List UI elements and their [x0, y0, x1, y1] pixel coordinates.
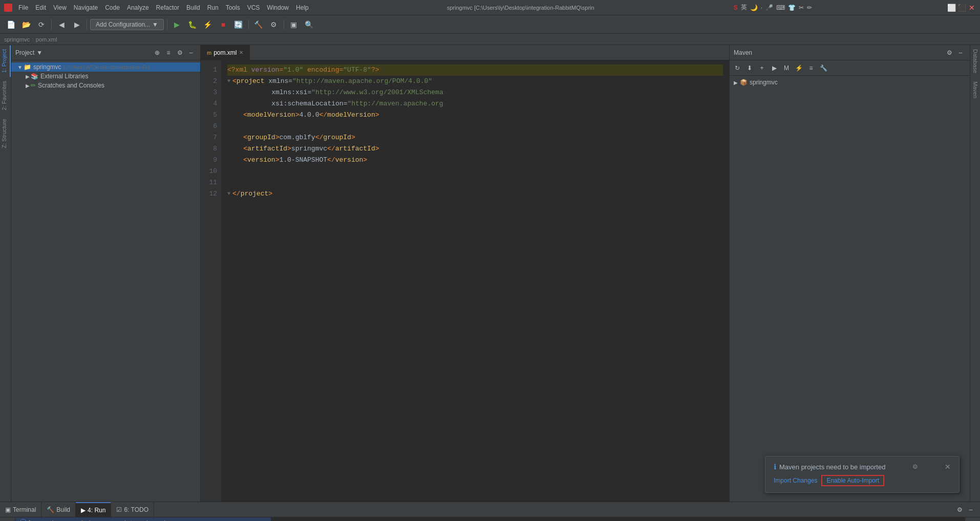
maven-item-springmvc[interactable]: ▶ 📦 springmvc — [732, 78, 968, 87]
maven-settings2-button[interactable]: ≡ — [805, 62, 817, 74]
maven-panel-header: Maven ⚙ – — [730, 45, 970, 60]
xml-bracket-aid: < — [243, 143, 247, 155]
panel-settings-button[interactable]: ⚙ — [175, 48, 185, 58]
build-tab[interactable]: 🔨 Build — [41, 502, 76, 517]
add-config-label: Add Configuration... — [96, 21, 150, 28]
add-configuration-button[interactable]: Add Configuration... ▼ — [90, 19, 164, 30]
line-num-7: 7 — [201, 132, 217, 143]
code-line-2: ▼<project xmlns="http://maven.apache.org… — [227, 76, 723, 87]
lang-icon: 英 — [741, 3, 747, 12]
run-tab[interactable]: ▶ 4: Run — [76, 502, 111, 517]
tree-path-springmvc: C:\Users\ly\Desktop\integration-Ra — [63, 64, 150, 70]
fold-icon-2[interactable]: ▼ — [227, 76, 230, 87]
new-file-button[interactable]: 📄 — [4, 18, 17, 31]
menu-tools[interactable]: Tools — [223, 3, 243, 12]
project-tab-button[interactable]: 1: Project — [0, 45, 11, 77]
close-button[interactable]: ✕ — [968, 4, 976, 12]
tree-item-external-libraries[interactable]: ▶ 📚 External Libraries — [11, 72, 200, 81]
maven-run-button[interactable]: ▶ — [769, 62, 780, 74]
project-panel-title[interactable]: Project ▼ — [15, 49, 42, 56]
maven-download-button[interactable]: ⬇ — [744, 62, 755, 74]
line-num-1: 1 — [201, 64, 217, 76]
bottom-settings-button[interactable]: ⚙ — [954, 505, 965, 515]
breadcrumb-pomxml[interactable]: pom.xml — [36, 36, 57, 42]
xml-pi: <?xml — [227, 64, 251, 76]
menu-code[interactable]: Code — [102, 3, 123, 12]
menu-run[interactable]: Run — [204, 3, 222, 12]
maven-add-button[interactable]: + — [756, 62, 768, 74]
back-button[interactable]: ◀ — [55, 18, 68, 31]
code-line-10 — [227, 166, 723, 177]
run-list-item[interactable]: ⟳ [org.apache.maven.plugins:maven-archet… — [15, 517, 271, 521]
minimize-button[interactable]: ⬜ — [947, 4, 955, 12]
main-toolbar: 📄 📂 ⟳ ◀ ▶ Add Configuration... ▼ ▶ 🐛 ⚡ ■… — [0, 15, 980, 34]
notification-close-button[interactable]: ✕ — [945, 463, 951, 471]
notification-settings-button[interactable]: ⚙ — [912, 463, 918, 470]
fold-icon-12[interactable]: ▼ — [227, 188, 230, 200]
search-everywhere-button[interactable]: 🔍 — [303, 18, 316, 31]
maven-tab-button[interactable]: Maven — [971, 77, 979, 102]
menu-refactor[interactable]: Refactor — [153, 3, 182, 12]
forward-button[interactable]: ▶ — [70, 18, 83, 31]
bottom-hide-button[interactable]: – — [966, 505, 976, 515]
left-edge-panel: 1: Project 2: Favorites Z: Structure — [0, 45, 11, 502]
maven-wrench-button[interactable]: 🔧 — [818, 62, 829, 74]
tree-item-springmvc[interactable]: ▼ 📁 springmvc C:\Users\ly\Desktop\integr… — [11, 62, 200, 72]
tab-pom-xml[interactable]: m pom.xml ✕ — [201, 45, 250, 60]
menu-file[interactable]: File — [15, 3, 31, 12]
maven-hide-button[interactable]: – — [955, 48, 966, 58]
maven-settings-button[interactable]: ⚙ — [944, 48, 954, 58]
editor-scrollbar[interactable] — [252, 52, 253, 53]
xml-val-schema: "http://maven.apache.org — [347, 98, 443, 110]
toolbar-separator-3 — [167, 19, 167, 30]
database-tab-button[interactable]: Database — [971, 45, 979, 77]
run-list: ⟳ [org.apache.maven.plugins:maven-archet… — [15, 517, 271, 521]
maven-refresh-button[interactable]: ↻ — [732, 62, 743, 74]
xml-bracket-ver3: </ — [327, 155, 335, 166]
enable-auto-import-button[interactable]: Enable Auto-Import — [821, 475, 884, 486]
run-with-coverage-button[interactable]: ⚡ — [201, 18, 215, 31]
sougou-icon: S — [734, 4, 738, 11]
structure-tab-button[interactable]: Z: Structure — [0, 115, 11, 152]
menu-help[interactable]: Help — [293, 3, 312, 12]
toolbar-separator-1 — [51, 19, 52, 30]
run-output: "C:\Program Files (x86)\Java\jdk1.8.0_20… — [271, 517, 965, 521]
editor-content[interactable]: 1 2 3 4 5 6 7 8 9 10 11 12 <?xml version… — [201, 60, 729, 502]
panel-hide-button[interactable]: – — [186, 48, 196, 58]
sync-button[interactable]: ⟳ — [35, 18, 48, 31]
menu-navigate[interactable]: Navigate — [71, 3, 101, 12]
compact-button[interactable]: ≡ — [163, 48, 174, 58]
editor-area: m pom.xml ✕ 1 2 3 4 5 6 7 8 9 10 11 12 — [201, 45, 729, 502]
menu-window[interactable]: Window — [264, 3, 292, 12]
tab-close-button[interactable]: ✕ — [239, 50, 243, 55]
stop-button[interactable]: ■ — [217, 18, 230, 31]
tree-item-scratches[interactable]: ▶ ✏ Scratches and Consoles — [11, 81, 200, 90]
maximize-button[interactable]: ⬛ — [957, 4, 966, 12]
menu-view[interactable]: View — [50, 3, 70, 12]
xml-text-sp5 — [227, 110, 243, 121]
menu-vcs[interactable]: VCS — [244, 3, 263, 12]
settings-button[interactable]: ⚙ — [267, 18, 281, 31]
breadcrumb-springmvc[interactable]: springmvc — [4, 36, 30, 42]
main-area: 1: Project 2: Favorites Z: Structure Pro… — [0, 45, 980, 502]
app-icon — [4, 4, 12, 12]
terminal-button[interactable]: ▣ — [287, 18, 301, 31]
favorites-tab-button[interactable]: 2: Favorites — [0, 77, 11, 114]
build-button[interactable]: 🔨 — [252, 18, 265, 31]
mic-icon: 🎤 — [765, 4, 773, 11]
debug-button[interactable]: 🐛 — [186, 18, 199, 31]
menu-analyze[interactable]: Analyze — [124, 3, 152, 12]
menu-edit[interactable]: Edit — [32, 3, 49, 12]
terminal-tab[interactable]: ▣ Terminal — [0, 502, 41, 517]
todo-tab[interactable]: ☑ 6: TODO — [111, 502, 154, 517]
run-button[interactable]: ▶ — [171, 18, 184, 31]
maven-icon1-button[interactable]: ⚡ — [793, 62, 804, 74]
import-changes-link[interactable]: Import Changes — [774, 477, 817, 484]
maven-skip-button[interactable]: M — [781, 62, 792, 74]
code-editor[interactable]: <?xml version="1.0" encoding="UTF-8"?> ▼… — [221, 60, 729, 502]
open-button[interactable]: 📂 — [19, 18, 33, 31]
menu-build[interactable]: Build — [183, 3, 203, 12]
locate-button[interactable]: ⊕ — [152, 48, 162, 58]
reload-button[interactable]: 🔄 — [232, 18, 245, 31]
run-panel-right-tools: ⇥ — [965, 517, 980, 521]
